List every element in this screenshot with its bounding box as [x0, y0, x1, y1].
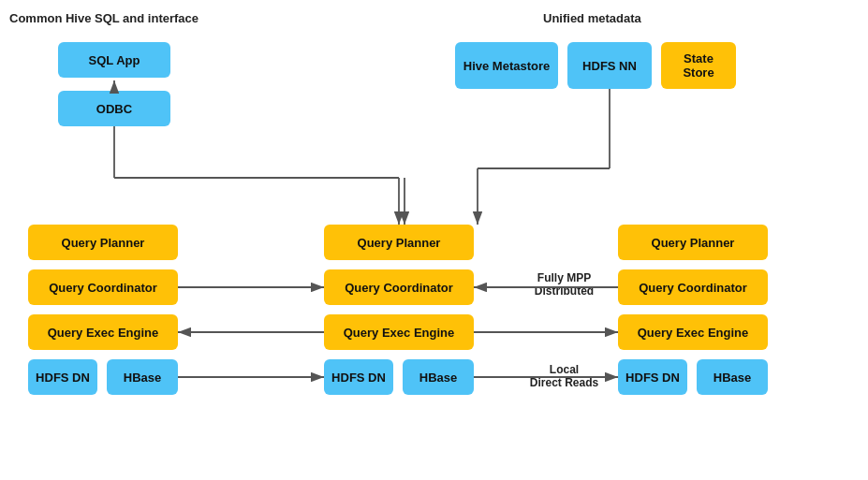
qc3-box: Query Coordinator	[618, 269, 768, 305]
hbase2-box: HBase	[403, 359, 474, 395]
hbase1-box: HBase	[107, 359, 178, 395]
qee3-box: Query Exec Engine	[618, 314, 768, 350]
section-label-left: Common Hive SQL and interface	[9, 11, 199, 25]
sql-app-box: SQL App	[58, 42, 170, 78]
qee1-box: Query Exec Engine	[28, 314, 178, 350]
qp3-box: Query Planner	[618, 225, 768, 260]
odbc-box: ODBC	[58, 91, 170, 126]
qc1-box: Query Coordinator	[28, 269, 178, 305]
hive-metastore-box: Hive Metastore	[455, 42, 558, 89]
hdfs-nn-box: HDFS NN	[567, 42, 652, 89]
hdfsdn2-box: HDFS DN	[324, 359, 393, 395]
hdfsdn1-box: HDFS DN	[28, 359, 97, 395]
qee2-box: Query Exec Engine	[324, 314, 474, 350]
diagram-container: Common Hive SQL and interface Unified me…	[0, 0, 868, 480]
section-label-right: Unified metadata	[543, 11, 641, 25]
qp1-box: Query Planner	[28, 225, 178, 260]
qc2-box: Query Coordinator	[324, 269, 474, 305]
state-store-box: State Store	[661, 42, 736, 89]
qp2-box: Query Planner	[324, 225, 474, 260]
fully-mpp-label: Fully MPPDistributed	[520, 271, 609, 298]
hbase3-box: HBase	[697, 359, 768, 395]
hdfsdn3-box: HDFS DN	[618, 359, 687, 395]
local-reads-label: LocalDirect Reads	[520, 363, 609, 389]
